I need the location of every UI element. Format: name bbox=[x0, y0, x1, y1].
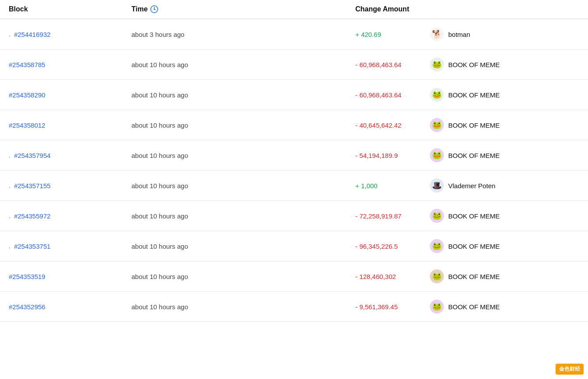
change-cell: - 72,258,919.87🐸BOOK OF MEME bbox=[355, 209, 579, 223]
block-header-label: Block bbox=[9, 5, 28, 13]
time-cell: about 10 hours ago bbox=[131, 182, 355, 190]
change-amount: - 54,194,189.9 bbox=[355, 152, 425, 159]
time-cell: about 3 hours ago bbox=[131, 31, 355, 38]
token-name: BOOK OF MEME bbox=[448, 152, 500, 159]
change-amount: - 72,258,919.87 bbox=[355, 212, 425, 220]
time-cell: about 10 hours ago bbox=[131, 273, 355, 280]
block-link[interactable]: #254352956 bbox=[9, 303, 45, 311]
block-cell: .#254357155 bbox=[9, 182, 131, 190]
token-name: BOOK OF MEME bbox=[448, 61, 500, 68]
table-row: .#254353751about 10 hours ago- 96,345,22… bbox=[0, 231, 588, 261]
token-icon: 🐸 bbox=[430, 239, 444, 253]
block-cell: .#254357954 bbox=[9, 152, 131, 159]
row-dot: . bbox=[9, 212, 12, 219]
change-col-header: Change Amount bbox=[355, 5, 579, 13]
table-row: .#254357954about 10 hours ago- 54,194,18… bbox=[0, 140, 588, 171]
change-cell: - 96,345,226.5🐸BOOK OF MEME bbox=[355, 239, 579, 253]
change-cell: - 9,561,369.45🐸BOOK OF MEME bbox=[355, 300, 579, 314]
table-row: .#254357155about 10 hours ago+ 1,000🎩Vla… bbox=[0, 171, 588, 201]
block-link[interactable]: #254416932 bbox=[14, 31, 50, 38]
clock-icon bbox=[150, 5, 158, 13]
time-cell: about 10 hours ago bbox=[131, 61, 355, 68]
change-cell: - 54,194,189.9🐸BOOK OF MEME bbox=[355, 148, 579, 162]
change-cell: + 1,000🎩Vlademer Poten bbox=[355, 179, 579, 193]
token-icon: 🐸 bbox=[430, 300, 444, 314]
change-amount: - 128,460,302 bbox=[355, 273, 425, 280]
row-dot: . bbox=[9, 243, 12, 250]
change-amount: - 60,968,463.64 bbox=[355, 91, 425, 99]
block-link[interactable]: #254355972 bbox=[14, 212, 50, 220]
block-cell: #254352956 bbox=[9, 303, 131, 311]
block-link[interactable]: #254353751 bbox=[14, 243, 50, 250]
token-icon: 🐸 bbox=[430, 118, 444, 132]
table-row: .#254416932about 3 hours ago+ 420.69🐕bot… bbox=[0, 19, 588, 50]
change-cell: + 420.69🐕botman bbox=[355, 27, 579, 41]
change-amount: - 96,345,226.5 bbox=[355, 243, 425, 250]
block-link[interactable]: #254353519 bbox=[9, 273, 45, 280]
token-name: BOOK OF MEME bbox=[448, 91, 500, 99]
token-name: BOOK OF MEME bbox=[448, 212, 500, 220]
time-cell: about 10 hours ago bbox=[131, 243, 355, 250]
block-link[interactable]: #254357954 bbox=[14, 152, 50, 159]
block-link[interactable]: #254358012 bbox=[9, 122, 45, 129]
time-cell: about 10 hours ago bbox=[131, 91, 355, 99]
block-cell: #254358012 bbox=[9, 122, 131, 129]
row-dot: . bbox=[9, 182, 12, 189]
token-name: Vlademer Poten bbox=[448, 182, 496, 190]
time-cell: about 10 hours ago bbox=[131, 303, 355, 311]
row-dot: . bbox=[9, 31, 12, 38]
block-cell: .#254353751 bbox=[9, 243, 131, 250]
table-body: .#254416932about 3 hours ago+ 420.69🐕bot… bbox=[0, 19, 588, 322]
token-icon: 🐸 bbox=[430, 57, 444, 72]
table-row: #254358290about 10 hours ago- 60,968,463… bbox=[0, 80, 588, 110]
change-cell: - 60,968,463.64🐸BOOK OF MEME bbox=[355, 57, 579, 72]
time-header-label: Time bbox=[131, 5, 148, 13]
table-row: .#254355972about 10 hours ago- 72,258,91… bbox=[0, 201, 588, 231]
row-dot: . bbox=[9, 152, 12, 159]
block-link[interactable]: #254358290 bbox=[9, 91, 45, 99]
change-header-label: Change Amount bbox=[355, 5, 409, 13]
token-icon: 🐸 bbox=[430, 88, 444, 102]
block-cell: #254358785 bbox=[9, 61, 131, 68]
time-cell: about 10 hours ago bbox=[131, 212, 355, 220]
change-cell: - 60,968,463.64🐸BOOK OF MEME bbox=[355, 88, 579, 102]
token-icon: 🐸 bbox=[430, 269, 444, 283]
token-name: BOOK OF MEME bbox=[448, 273, 500, 280]
block-col-header: Block bbox=[9, 5, 131, 13]
block-cell: #254353519 bbox=[9, 273, 131, 280]
table-row: #254358012about 10 hours ago- 40,645,642… bbox=[0, 110, 588, 140]
time-col-header: Time bbox=[131, 5, 355, 13]
token-icon: 🐸 bbox=[430, 148, 444, 162]
change-amount: + 1,000 bbox=[355, 182, 425, 190]
token-name: BOOK OF MEME bbox=[448, 122, 500, 129]
change-cell: - 128,460,302🐸BOOK OF MEME bbox=[355, 269, 579, 283]
token-name: BOOK OF MEME bbox=[448, 303, 500, 311]
change-amount: - 40,645,642.42 bbox=[355, 122, 425, 129]
table-header: Block Time Change Amount bbox=[0, 0, 588, 19]
table-row: #254353519about 10 hours ago- 128,460,30… bbox=[0, 261, 588, 292]
change-amount: - 60,968,463.64 bbox=[355, 61, 425, 68]
token-icon: 🐸 bbox=[430, 209, 444, 223]
table-row: #254352956about 10 hours ago- 9,561,369.… bbox=[0, 292, 588, 322]
token-name: botman bbox=[448, 31, 470, 38]
change-amount: - 9,561,369.45 bbox=[355, 303, 425, 311]
time-cell: about 10 hours ago bbox=[131, 122, 355, 129]
block-cell: .#254355972 bbox=[9, 212, 131, 220]
time-cell: about 10 hours ago bbox=[131, 152, 355, 159]
watermark-label: 金色财经 bbox=[556, 364, 584, 375]
change-amount: + 420.69 bbox=[355, 31, 425, 38]
block-link[interactable]: #254358785 bbox=[9, 61, 45, 68]
block-cell: .#254416932 bbox=[9, 31, 131, 38]
block-cell: #254358290 bbox=[9, 91, 131, 99]
table-row: #254358785about 10 hours ago- 60,968,463… bbox=[0, 50, 588, 80]
token-icon: 🐕 bbox=[430, 27, 444, 41]
token-icon: 🎩 bbox=[430, 179, 444, 193]
transactions-table: Block Time Change Amount .#254416932abou… bbox=[0, 0, 588, 379]
block-link[interactable]: #254357155 bbox=[14, 182, 50, 190]
token-name: BOOK OF MEME bbox=[448, 243, 500, 250]
change-cell: - 40,645,642.42🐸BOOK OF MEME bbox=[355, 118, 579, 132]
